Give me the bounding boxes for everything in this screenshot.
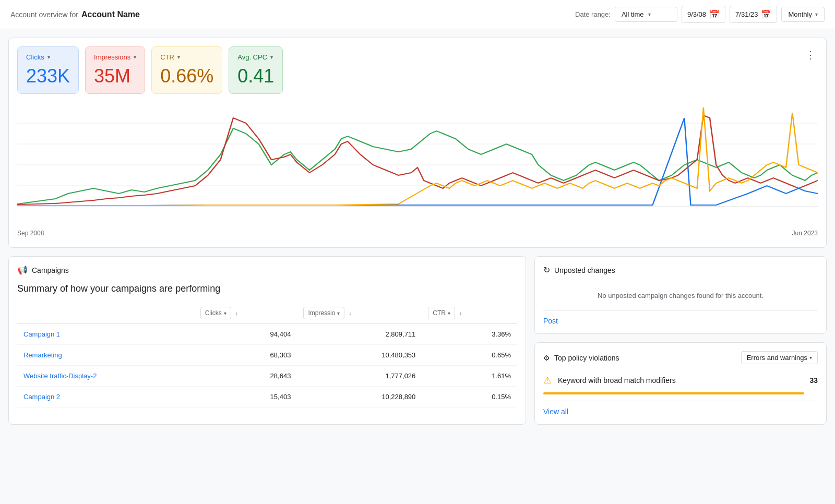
table-row: Campaign 1 94,404 2,809,711 3.36% [17,324,517,345]
cpc-dropdown-icon: ▾ [270,54,273,60]
impressions-dropdown-icon: ▾ [134,54,136,60]
metric-tile-clicks[interactable]: Clicks ▾ 233K [17,46,79,94]
clicks-col-label: Clicks [205,309,222,317]
no-changes-text: No unposted campaign changes found for t… [543,283,818,308]
campaign-4-clicks: 15,403 [194,387,297,407]
ctr-col-label: CTR [433,309,446,317]
granularity-value: Monthly [788,10,812,18]
metric-tile-ctr[interactable]: CTR ▾ 0.66% [151,46,222,94]
impressions-value: 35M [94,65,136,87]
metric-tile-cpc[interactable]: Avg. CPC ▾ 0.41 [229,46,283,94]
ctr-column-select[interactable]: CTR ▾ [428,307,455,319]
view-all-link[interactable]: View all [543,401,818,416]
campaigns-panel: 📢 Campaigns Summary of how your campaign… [8,256,526,425]
campaign-1-impressions: 2,809,711 [297,324,422,345]
unposted-panel-header: ↻ Unposted changes [543,265,818,275]
campaign-1-clicks: 94,404 [194,324,297,345]
warning-triangle-icon: ⚠ [543,375,552,386]
chart-x-end: Jun 2023 [792,230,818,237]
ctr-label: CTR [160,53,174,61]
impressions-column-select[interactable]: Impressio ▾ [303,307,344,319]
table-header-row: Clicks ▾ ↓ Impressio ▾ [17,303,517,324]
date-range-chevron-icon: ▾ [648,11,651,17]
main-content: Clicks ▾ 233K Impressions ▾ 35M CT [0,38,835,425]
ctr-value: 0.66% [160,65,213,87]
campaign-1-ctr: 3.36% [422,324,517,345]
chart-card: Clicks ▾ 233K Impressions ▾ 35M CT [8,38,827,248]
col-header-campaign [17,303,194,324]
clicks-column-select[interactable]: Clicks ▾ [200,307,231,319]
chart-axis-labels: Sep 2008 Jun 2023 [17,227,818,239]
ctr-dropdown-icon: ▾ [177,54,180,60]
campaigns-table: Clicks ▾ ↓ Impressio ▾ [17,303,517,407]
policy-gear-icon: ⚙ [543,354,550,362]
chart-area [17,102,818,227]
ctr-col-chevron: ▾ [448,310,450,316]
bottom-panels: 📢 Campaigns Summary of how your campaign… [8,256,827,425]
campaign-name-4[interactable]: Campaign 2 [17,387,194,407]
more-options-button[interactable]: ⋮ [803,46,818,63]
date-range-section: Date range: All time ▾ 9/3/08 📅 7/31/23 … [575,6,825,23]
right-panels: ↻ Unposted changes No unposted campaign … [534,256,827,425]
campaign-3-clicks: 28,643 [194,366,297,387]
calendar-start-icon: 📅 [709,9,720,19]
chart-x-start: Sep 2008 [17,230,44,237]
impressions-label: Impressions [94,53,130,61]
campaigns-icon: 📢 [17,265,28,275]
cpc-label: Avg. CPC [237,53,267,61]
violation-count: 33 [809,376,818,385]
metric-tile-impressions[interactable]: Impressions ▾ 35M [85,46,145,94]
col-header-impressions[interactable]: Impressio ▾ ↓ [297,303,422,324]
refresh-icon: ↻ [543,265,550,275]
clicks-dropdown-icon: ▾ [47,54,50,60]
clicks-col-chevron: ▾ [224,310,226,316]
campaign-name-2[interactable]: Remarketing [17,345,194,366]
date-range-value: All time [622,10,644,18]
impressions-sort-icon: ↓ [349,310,351,316]
ctr-sort-icon: ↓ [459,310,462,316]
table-row: Campaign 2 15,403 10,228,890 0.15% [17,387,517,407]
campaign-3-impressions: 1,777,026 [297,366,422,387]
violation-text: Keyword with broad match modifiers [558,376,803,385]
col-header-ctr[interactable]: CTR ▾ ↓ [422,303,517,324]
campaigns-table-body: Campaign 1 94,404 2,809,711 3.36% Remark… [17,324,517,407]
campaign-2-clicks: 68,303 [194,345,297,366]
violation-progress-bar [543,392,804,394]
campaigns-title: Campaigns [32,266,69,274]
campaign-name-3[interactable]: Website traffic-Display-2 [17,366,194,387]
policy-title-section: ⚙ Top policy violations [543,354,619,362]
errors-warnings-dropdown[interactable]: Errors and warnings ▾ [741,351,818,364]
account-name: Account Name [81,10,140,19]
violation-row: ⚠ Keyword with broad match modifiers 33 [543,370,818,390]
top-header: Account overview for Account Name Date r… [0,0,835,29]
unposted-changes-panel: ↻ Unposted changes No unposted campaign … [534,256,827,334]
campaigns-panel-header: 📢 Campaigns [17,265,517,275]
granularity-select[interactable]: Monthly ▾ [781,7,825,22]
impressions-col-label: Impressio [308,309,335,317]
date-range-select[interactable]: All time ▾ [615,7,677,22]
campaign-2-ctr: 0.65% [422,345,517,366]
performance-chart [17,102,818,227]
campaign-name-1[interactable]: Campaign 1 [17,324,194,345]
campaigns-summary-title: Summary of how your campaigns are perfor… [17,283,517,294]
policy-title: Top policy violations [554,354,619,362]
cpc-value: 0.41 [237,65,274,87]
date-start-input[interactable]: 9/3/08 📅 [682,6,725,23]
errors-warnings-label: Errors and warnings [747,354,807,362]
metric-tiles: Clicks ▾ 233K Impressions ▾ 35M CT [17,46,283,94]
policy-panel-header: ⚙ Top policy violations Errors and warni… [543,351,818,364]
date-end-value: 7/31/23 [735,10,758,18]
date-range-label: Date range: [575,10,611,18]
campaign-3-ctr: 1.61% [422,366,517,387]
unposted-title: Unposted changes [554,266,615,274]
errors-dropdown-chevron-icon: ▾ [809,355,812,361]
date-end-input[interactable]: 7/31/23 📅 [730,6,777,23]
campaign-4-ctr: 0.15% [422,387,517,407]
clicks-value: 233K [26,65,70,87]
col-header-clicks[interactable]: Clicks ▾ ↓ [194,303,297,324]
date-start-value: 9/3/08 [687,10,706,18]
campaign-2-impressions: 10,480,353 [297,345,422,366]
post-button[interactable]: Post [543,310,818,325]
clicks-label: Clicks [26,53,44,61]
table-row: Remarketing 68,303 10,480,353 0.65% [17,345,517,366]
